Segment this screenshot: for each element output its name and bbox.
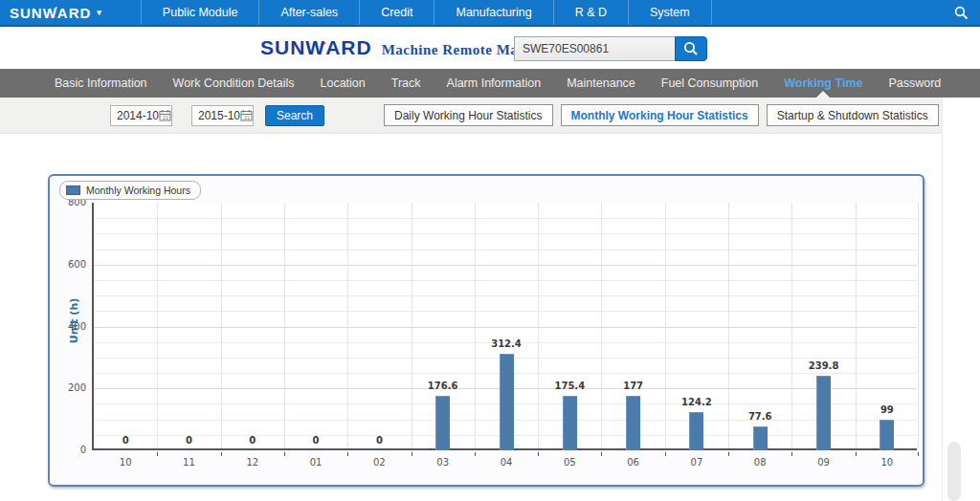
bar[interactable] xyxy=(816,376,831,450)
bar-value-label: 0 xyxy=(313,435,320,446)
gridline xyxy=(157,203,158,448)
x-axis-tick xyxy=(538,452,539,456)
bar-chart-plot: 020040060080010011012001002003176.604312… xyxy=(92,203,917,450)
bar-value-label: 239.8 xyxy=(809,360,839,371)
topbar-menu-item[interactable]: Public Module xyxy=(141,0,260,25)
topbar-menu-item[interactable]: Credit xyxy=(360,0,434,25)
brand-logo: SUNW´ARD xyxy=(260,36,372,59)
nav-tab[interactable]: Maintenance xyxy=(567,69,635,98)
view-button[interactable]: Monthly Working Hour Statistics xyxy=(561,104,759,126)
top-menu-bar: SUNW´ARD ▾ Public ModuleAfter-salesCredi… xyxy=(0,0,980,27)
calendar-icon[interactable]: 21 xyxy=(159,109,171,121)
svg-text:21: 21 xyxy=(244,115,250,120)
bar-value-label: 0 xyxy=(249,435,256,446)
topbar-search-icon[interactable] xyxy=(954,6,969,20)
scrollbar[interactable] xyxy=(947,442,961,501)
machine-search xyxy=(514,36,707,61)
gridline xyxy=(601,203,602,448)
chevron-down-icon: ▾ xyxy=(97,8,102,17)
bar-value-label: 177 xyxy=(623,381,643,391)
gridline xyxy=(347,203,348,448)
gridline xyxy=(856,203,857,448)
bar-value-label: 0 xyxy=(376,435,383,446)
calendar-icon[interactable]: 21 xyxy=(240,109,253,121)
x-tick-label: 09 xyxy=(817,457,830,468)
topbar-menu: Public ModuleAfter-salesCreditManufactur… xyxy=(141,0,712,25)
bar-value-label: 175.4 xyxy=(554,381,585,391)
chart-panel: Monthly Working Hours Unit (h) 020040060… xyxy=(48,174,924,487)
y-tick-label: 600 xyxy=(50,259,86,270)
bar[interactable] xyxy=(500,354,514,450)
filter-bar: 21 21 Search Daily Working Hour Statisti… xyxy=(0,98,942,134)
gridline xyxy=(94,250,917,250)
x-tick-label: 02 xyxy=(373,457,386,468)
gridline xyxy=(94,311,917,312)
gridline xyxy=(94,295,917,296)
topbar-menu-item[interactable]: R & D xyxy=(554,0,629,25)
x-axis-tick xyxy=(665,452,666,456)
view-button[interactable]: Daily Working Hour Statistics xyxy=(384,104,553,126)
bar-value-label: 99 xyxy=(880,404,894,415)
bar-value-label: 124.2 xyxy=(681,397,712,407)
x-tick-label: 01 xyxy=(310,457,323,468)
x-axis-tick xyxy=(221,452,222,456)
bar-value-label: 77.6 xyxy=(748,411,772,422)
page-header: SUNW´ARD Machine Remote Manage System xyxy=(0,29,980,69)
gridline xyxy=(412,203,412,448)
x-axis-tick xyxy=(284,452,285,456)
nav-tab[interactable]: Alarm Information xyxy=(447,69,542,98)
topbar-menu-item[interactable]: After-sales xyxy=(259,0,360,25)
bar[interactable] xyxy=(626,396,640,450)
section-nav: Basic InformationWork Condition DetailsL… xyxy=(0,69,980,98)
y-tick-label: 0 xyxy=(50,445,86,455)
x-axis-tick xyxy=(856,452,857,456)
bar-value-label: 176.6 xyxy=(428,381,458,391)
legend-swatch xyxy=(66,185,80,195)
x-axis-tick xyxy=(475,452,476,456)
nav-tab[interactable]: Location xyxy=(320,69,365,98)
svg-text:21: 21 xyxy=(163,115,168,120)
machine-search-button[interactable] xyxy=(675,36,707,61)
date-from-input[interactable] xyxy=(111,109,159,122)
machine-search-input[interactable] xyxy=(514,36,675,61)
gridline xyxy=(94,233,917,234)
nav-tab[interactable]: Working Time xyxy=(784,69,862,98)
x-axis-tick xyxy=(412,452,412,456)
gridline xyxy=(94,327,917,328)
bar-value-label: 0 xyxy=(186,435,192,446)
date-to-input[interactable] xyxy=(192,109,240,122)
content-edge-divider xyxy=(942,98,943,501)
bar[interactable] xyxy=(880,420,894,450)
x-axis-tick xyxy=(791,452,792,456)
legend-label: Monthly Working Hours xyxy=(86,185,190,196)
x-axis-tick xyxy=(157,452,158,456)
search-button[interactable]: Search xyxy=(265,105,324,126)
nav-tab[interactable]: Track xyxy=(391,69,421,98)
gridline xyxy=(221,203,222,448)
nav-tab[interactable]: Fuel Consumption xyxy=(661,69,758,98)
gridline xyxy=(538,203,539,448)
statistics-view-buttons: Daily Working Hour StatisticsMonthly Wor… xyxy=(384,104,947,126)
x-tick-label: 04 xyxy=(501,457,513,468)
y-tick-label: 400 xyxy=(50,321,86,332)
x-axis-tick xyxy=(347,452,348,456)
x-tick-label: 10 xyxy=(120,457,132,468)
nav-tab[interactable]: Basic Information xyxy=(55,69,147,98)
x-axis-tick xyxy=(728,452,729,456)
topbar-menu-item[interactable]: Manufacturing xyxy=(434,0,553,25)
bar[interactable] xyxy=(435,396,450,450)
topbar-logo[interactable]: SUNW´ARD ▾ xyxy=(10,5,102,21)
x-tick-label: 06 xyxy=(627,457,639,468)
bar[interactable] xyxy=(753,426,768,450)
nav-tab[interactable]: Password xyxy=(888,69,941,98)
nav-tab[interactable]: Work Condition Details xyxy=(173,69,295,98)
x-tick-label: 08 xyxy=(754,457,767,468)
x-axis-tick xyxy=(918,452,919,456)
bar[interactable] xyxy=(689,412,703,450)
x-tick-label: 12 xyxy=(246,457,258,468)
gridline xyxy=(94,280,917,281)
gridline xyxy=(918,203,919,448)
topbar-menu-item[interactable]: System xyxy=(629,0,712,25)
bar[interactable] xyxy=(563,396,577,450)
view-button[interactable]: Startup & Shutdown Statistics xyxy=(767,104,939,126)
